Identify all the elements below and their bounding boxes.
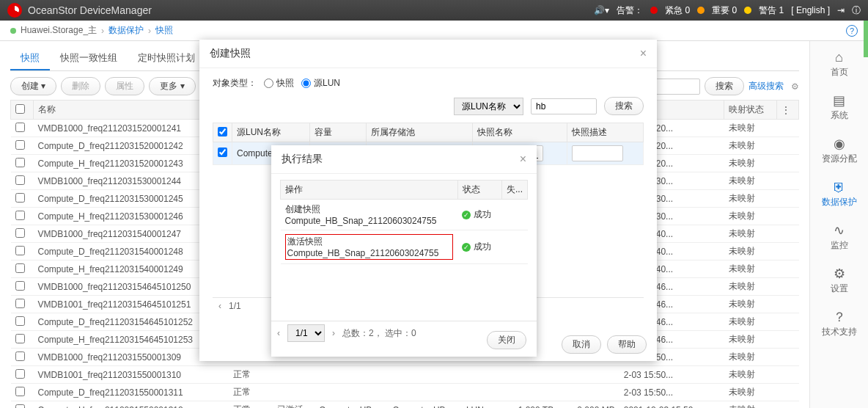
urgent-count[interactable]: 紧急 0 — [665, 4, 690, 17]
bc-section[interactable]: 数据保护 — [108, 24, 144, 37]
result-table: 操作 状态 失... 创建快照 Compute_HB_Snap_21120603… — [280, 180, 528, 264]
row-checkbox[interactable] — [15, 246, 25, 255]
nav-protect[interactable]: ⛨数据保护 — [822, 178, 857, 208]
result-modal: 执行结果 × 操作 状态 失... 创建快照 Compute_HB_Snap_2… — [271, 145, 537, 357]
bc-page[interactable]: 快照 — [155, 24, 173, 37]
table-row[interactable]: VMDB1001_freq2112031550001310正常 2-03 15:… — [11, 366, 799, 384]
row-checkbox[interactable] — [15, 211, 25, 220]
row-checkbox[interactable] — [15, 369, 25, 379]
nav-system[interactable]: ▤系统 — [831, 92, 848, 122]
row-checkbox[interactable] — [15, 316, 25, 326]
row-checkbox[interactable] — [15, 387, 25, 396]
filter-value[interactable] — [531, 98, 597, 114]
warn-count[interactable]: 警告 1 — [759, 4, 784, 17]
obj-type-label: 对象类型： — [213, 77, 257, 90]
prev-page-icon[interactable]: ‹ — [277, 328, 280, 338]
radio-srclun[interactable]: 源LUN — [301, 77, 340, 90]
result-stats: 总数：2， 选中：0 — [342, 327, 416, 340]
row-checkbox[interactable] — [15, 193, 25, 203]
lang-switch[interactable]: [ English ] — [791, 5, 830, 15]
adv-search-link[interactable]: 高级搜索 — [749, 80, 784, 92]
nav-resource[interactable]: ◉资源分配 — [822, 135, 857, 165]
row-checkbox[interactable] — [15, 140, 25, 150]
m1-col-name[interactable]: 源LUN名称 — [232, 123, 310, 142]
bc-root[interactable]: Huawei.Storage_主 — [21, 24, 97, 37]
row-checkbox[interactable] — [15, 404, 25, 409]
urgent-icon — [650, 7, 658, 14]
srclun-select-all[interactable] — [218, 127, 227, 136]
speaker-icon[interactable]: 🔊▾ — [594, 5, 609, 15]
m1-col-desc[interactable]: 快照描述 — [567, 123, 644, 142]
m2-col-status[interactable]: 状态 — [457, 181, 501, 200]
system-icon: ▤ — [831, 92, 848, 109]
tab-cg[interactable]: 快照一致性组 — [50, 47, 128, 70]
support-icon: ？ — [831, 308, 848, 326]
resource-icon: ◉ — [831, 135, 848, 153]
row-checkbox[interactable] — [15, 175, 25, 185]
select-all[interactable] — [15, 104, 25, 114]
tab-snapshot[interactable]: 快照 — [10, 47, 50, 70]
table-row[interactable]: 激活快照 Compute_HB_Snap_21120603024755✓成功 — [281, 230, 528, 264]
next-page-icon[interactable]: › — [332, 328, 335, 338]
radio-snapshot[interactable]: 快照 — [264, 77, 294, 90]
side-nav: ⌂首页 ▤系统 ◉资源分配 ⛨数据保护 ∿监控 ⚙设置 ？技术支持 — [809, 41, 868, 408]
status-dot-icon — [10, 28, 16, 34]
page-help-icon[interactable]: ? — [846, 25, 858, 37]
close-icon[interactable]: × — [640, 47, 647, 60]
nav-home[interactable]: ⌂首页 — [831, 48, 848, 79]
page-select[interactable]: 1/1 — [287, 324, 325, 342]
help-button[interactable]: 帮助 — [607, 335, 647, 354]
row-checkbox[interactable] — [15, 281, 25, 291]
tab-schedule[interactable]: 定时快照计划 — [128, 47, 205, 70]
table-row[interactable]: Compute_D_freq2112031550001311正常 2-03 15… — [11, 384, 799, 401]
success-icon: ✓ — [462, 243, 471, 252]
close-icon[interactable]: × — [520, 153, 526, 166]
row-checkbox[interactable] — [15, 123, 25, 132]
row-checkbox[interactable] — [15, 351, 25, 361]
row-checkbox[interactable] — [15, 334, 25, 343]
monitor-icon: ∿ — [831, 222, 848, 239]
filter-field[interactable]: 源LUN名称 — [454, 98, 523, 115]
table-row[interactable]: Compute_H_freq2112031550001312正常已激活Compu… — [11, 401, 799, 409]
m1-col-cap[interactable]: 容量 — [310, 123, 367, 142]
help-icon[interactable]: ⓘ — [852, 4, 861, 17]
logout-icon[interactable]: ⇥ — [837, 5, 845, 15]
nav-support[interactable]: ？技术支持 — [822, 308, 857, 338]
row-checkbox[interactable] — [218, 147, 227, 157]
m1-pager: 1/1 — [229, 301, 241, 311]
create-button[interactable]: 创建 ▾ — [10, 77, 56, 95]
nav-settings[interactable]: ⚙设置 — [831, 265, 848, 295]
success-icon: ✓ — [462, 211, 471, 219]
m2-col-fail[interactable]: 失... — [501, 181, 527, 200]
m1-col-pool[interactable]: 所属存储池 — [367, 123, 473, 142]
gear-icon: ⚙ — [831, 265, 848, 283]
col-menu-icon[interactable]: ⋮ — [777, 101, 799, 120]
snapdesc-input[interactable] — [572, 145, 623, 161]
cancel-button[interactable]: 取消 — [562, 335, 601, 354]
prop-button[interactable]: 属性 — [105, 77, 144, 95]
close-button[interactable]: 关闭 — [487, 331, 526, 349]
more-button[interactable]: 更多 ▾ — [149, 77, 195, 95]
row-checkbox[interactable] — [15, 263, 25, 273]
major-count[interactable]: 重要 0 — [712, 4, 737, 17]
modal-search-button[interactable]: 搜索 — [604, 97, 644, 115]
alarm-label: 告警： — [617, 4, 643, 17]
row-checkbox[interactable] — [15, 228, 25, 238]
col-map[interactable]: 映射状态 — [724, 101, 777, 120]
gear-icon[interactable]: ⚙ — [791, 81, 799, 92]
app-header: OceanStor DeviceManager 🔊▾ 告警： 紧急 0 重要 0… — [0, 0, 868, 21]
header-status: 🔊▾ 告警： 紧急 0 重要 0 警告 1 [ English ] ⇥ ⓘ — [594, 4, 861, 17]
m1-col-snap[interactable]: 快照名称 — [473, 123, 567, 142]
row-checkbox[interactable] — [15, 299, 25, 308]
warn-icon — [744, 7, 751, 14]
shield-icon: ⛨ — [831, 178, 848, 196]
breadcrumb: Huawei.Storage_主 › 数据保护 › 快照 ? — [0, 21, 868, 41]
row-checkbox[interactable] — [15, 158, 25, 167]
table-row[interactable]: 创建快照 Compute_HB_Snap_21120603024755✓成功 — [281, 200, 528, 230]
delete-button[interactable]: 删除 — [61, 77, 100, 95]
nav-monitor[interactable]: ∿监控 — [831, 222, 848, 252]
m2-col-op[interactable]: 操作 — [281, 181, 458, 200]
search-button[interactable]: 搜索 — [705, 77, 744, 95]
modal2-title: 执行结果 — [282, 153, 323, 166]
home-icon: ⌂ — [831, 48, 848, 66]
